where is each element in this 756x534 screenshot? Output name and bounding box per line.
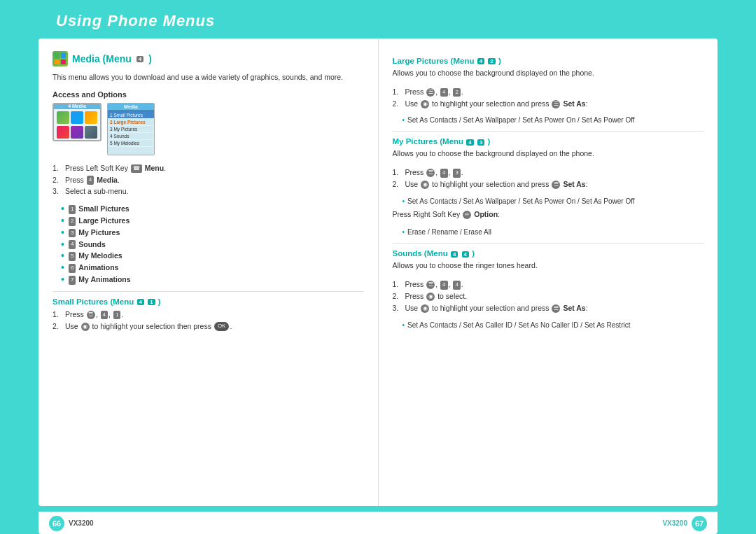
media-icon — [52, 51, 68, 66]
svg-rect-3 — [61, 59, 66, 64]
small-pictures-steps: 1. Press ☰, 4, 1. 2. Use ◉ to highlight … — [52, 309, 364, 332]
mp-right-soft-key: Press Right Soft Key ✏ Option: — [393, 209, 704, 220]
page-container: Using Phone Menus Media (Menu 4 ) — [0, 0, 756, 534]
lp-sub-bullets: • Set As Contacts / Set As Wallpaper / S… — [402, 115, 704, 125]
left-panel: Media (Menu 4 ) This menu allows you to … — [38, 38, 379, 506]
media-title-text: Media (Menu — [72, 53, 132, 64]
my-pictures-title: My Pictures (Menu 4 3 ) — [393, 137, 704, 146]
lp-step-1: 1. Press ☰, 4, 2. — [393, 86, 704, 98]
large-pictures-desc: Allows you to choose the background disp… — [393, 68, 704, 79]
s-step-2: 2. Press ◉ to select. — [393, 290, 704, 302]
footer-left-label: VX3200 — [69, 519, 94, 527]
my-pictures-steps: 1. Press ☰, 4, 3. 2. Use ◉ to highlight … — [393, 167, 704, 190]
content-area: Media (Menu 4 ) This menu allows you to … — [38, 38, 718, 506]
sounds-sub-bullets: • Set As Contacts / Set As Caller ID / S… — [402, 320, 704, 330]
right-panel: Large Pictures (Menu 4 2 ) Allows you to… — [379, 38, 718, 506]
media-description: This menu allows you to download and use… — [52, 72, 364, 83]
mp-step-1: 1. Press ☰, 4, 3. — [393, 167, 704, 178]
mp-option-bullets: • Erase / Rename / Erase All — [402, 227, 704, 237]
page-num-right-circle: 67 — [692, 516, 707, 531]
s-step-1: 1. Press ☰, 4, 4. — [393, 279, 704, 290]
sounds-steps: 1. Press ☰, 4, 4. 2. Press ◉ to select. … — [393, 279, 704, 314]
lp-step-2: 2. Use ◉ to highlight your selection and… — [393, 98, 704, 110]
mp-bullet-1: • Set As Contacts / Set As Wallpaper / S… — [402, 196, 704, 206]
small-pictures-title: Small Pictures (Menu 4 1 ) — [52, 297, 364, 306]
device-images: 4 Media Media 1 Small Pictur — [52, 103, 364, 155]
step-3: 3. Select a sub-menu. — [52, 185, 364, 197]
menu-item-sounds: • 4 Sounds — [61, 239, 364, 251]
media-section-title: Media (Menu 4 ) — [52, 51, 364, 66]
access-steps: 1. Press Left Soft Key ☎ Menu. 2. Press … — [52, 162, 364, 197]
page-num-left-circle: 66 — [49, 516, 64, 531]
footer-bar: 66 VX3200 VX3200 67 — [38, 512, 718, 534]
divider-1 — [52, 291, 364, 292]
svg-rect-2 — [55, 59, 59, 64]
large-pictures-title: Large Pictures (Menu 4 2 ) — [393, 57, 704, 65]
sounds-title: Sounds (Menu 4 4 ) — [393, 249, 704, 258]
s-step-3: 3. Use ◉ to highlight your selection and… — [393, 302, 704, 314]
large-pictures-steps: 1. Press ☰, 4, 2. 2. Use ◉ to highlight … — [393, 86, 704, 110]
step-1: 1. Press Left Soft Key ☎ Menu. — [52, 162, 364, 174]
menu-item-large-pictures: • 2 Large Pictures — [61, 215, 364, 227]
my-pictures-desc: Allows you to choose the background disp… — [393, 148, 704, 160]
menu-item-my-pictures: • 3 My Pictures — [61, 227, 364, 239]
page-title: Using Phone Menus — [56, 12, 215, 30]
mp-step-2: 2. Use ◉ to highlight your selection and… — [393, 178, 704, 190]
header-bar: Using Phone Menus — [0, 0, 756, 42]
menu-item-animations: • 6 Animations — [61, 262, 364, 274]
svg-rect-1 — [61, 53, 66, 58]
s-bullet-1: • Set As Contacts / Set As Caller ID / S… — [402, 320, 704, 330]
menu-item-small-pictures: • 1 Small Pictures — [61, 203, 364, 215]
divider-2 — [393, 131, 704, 132]
footer-right: VX3200 67 — [662, 516, 707, 531]
phone-screen-2: Media 1 Small Pictures 2 Large Pictures … — [107, 103, 155, 155]
menu-key-badge: 4 — [136, 56, 144, 62]
sounds-desc: Allows you to choose the ringer tones he… — [393, 260, 704, 272]
sp-step-2: 2. Use ◉ to highlight your selection the… — [52, 321, 364, 332]
media-title-paren: ) — [148, 53, 152, 64]
phone-screen-1: 4 Media — [52, 103, 102, 141]
menu-items-list: • 1 Small Pictures • 2 Large Pictures • … — [61, 203, 364, 286]
footer-left: 66 VX3200 — [49, 516, 94, 531]
menu-item-my-animations: • 7 My Animations — [61, 274, 364, 286]
mp-sub-bullets: • Set As Contacts / Set As Wallpaper / S… — [402, 196, 704, 206]
menu-item-my-melodies: • 5 My Melodies — [61, 250, 364, 262]
step-2: 2. Press 4 Media. — [52, 174, 364, 186]
access-options-title: Access and Options — [52, 90, 364, 99]
mp-option-1: • Erase / Rename / Erase All — [402, 227, 704, 237]
lp-bullet-1: • Set As Contacts / Set As Wallpaper / S… — [402, 115, 704, 125]
divider-3 — [393, 243, 704, 244]
footer-right-label: VX3200 — [662, 519, 687, 527]
svg-rect-0 — [55, 53, 59, 58]
sp-step-1: 1. Press ☰, 4, 1. — [52, 309, 364, 321]
